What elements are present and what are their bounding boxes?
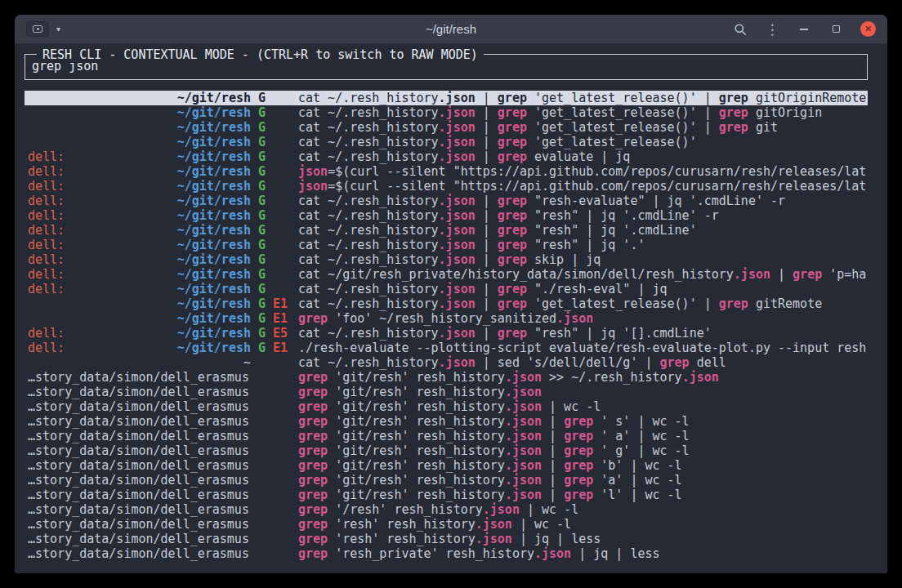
row-command: grep 'git/resh' resh_history.json | grep… (298, 443, 868, 458)
command-text: 'git/resh' resh_history (328, 458, 505, 473)
row-flag: G (251, 238, 266, 252)
command-text: "resh" | jq '.cmdLine' -r (527, 208, 719, 223)
row-host: dell: (28, 326, 177, 341)
command-text: | (476, 252, 498, 267)
row-left-columns: ~ (28, 355, 298, 370)
history-row[interactable]: ~/git/resh Gcat ~/.resh_history.json | g… (25, 135, 868, 149)
row-command: grep 'git/resh' resh_history.json | grep… (298, 473, 868, 488)
row-flag: G (251, 105, 266, 120)
command-match-text: grep (564, 473, 593, 488)
command-text: cat ~/.resh_history (298, 238, 439, 252)
row-directory: ~ (243, 355, 251, 370)
command-text: 'get_latest_release()' (527, 135, 697, 149)
row-command: cat ~/.resh_history.json | grep 'get_lat… (298, 120, 868, 135)
history-row[interactable]: …story_data/simon/dell_erasmusgrep 'git/… (25, 399, 868, 414)
command-text: cat ~/.resh_history (298, 223, 439, 238)
command-match-text: .json (505, 473, 542, 488)
command-match-text: grep (298, 488, 328, 502)
row-host (28, 135, 177, 149)
history-row[interactable]: …story_data/simon/dell_erasmusgrep 'resh… (25, 532, 868, 546)
command-text: git (748, 120, 778, 135)
history-row[interactable]: …story_data/simon/dell_erasmusgrep 'git/… (25, 385, 868, 399)
dropdown-caret-icon[interactable]: ▾ (56, 24, 60, 33)
history-row[interactable]: dell:~/git/resh Gcat ~/.resh_history.jso… (25, 252, 868, 267)
row-directory: ~/git/resh (177, 179, 251, 194)
terminal-app-button[interactable] (26, 21, 49, 37)
command-text: 'l' | wc -l (593, 488, 681, 502)
history-row[interactable]: …story_data/simon/dell_erasmusgrep 'git/… (25, 370, 868, 385)
row-host: …story_data/simon/dell_erasmus (28, 385, 251, 399)
command-text: | (542, 443, 564, 458)
row-left-columns: …story_data/simon/dell_erasmus (28, 414, 298, 429)
row-flag: G (251, 135, 266, 149)
row-directory: ~/git/resh (177, 341, 251, 355)
row-command: cat ~/.resh_history.json | grep 'get_lat… (298, 105, 868, 120)
history-row[interactable]: …story_data/simon/dell_erasmusgrep 'git/… (25, 443, 868, 458)
row-command: cat ~/.resh_history.json | grep skip | j… (298, 252, 868, 267)
row-host: dell: (28, 164, 177, 179)
row-host: …story_data/simon/dell_erasmus (28, 370, 251, 385)
command-text: 'a' | wc -l (593, 473, 681, 488)
row-directory: ~/git/resh (177, 208, 251, 223)
row-flag: G (251, 252, 266, 267)
history-row[interactable]: dell:~/git/resh Gcat ~/.resh_history.jso… (25, 194, 868, 208)
command-match-text: grep (498, 282, 527, 296)
command-match-text: grep (498, 296, 527, 311)
history-row[interactable]: dell:~/git/resh G E5cat ~/.resh_history.… (25, 326, 868, 341)
history-row[interactable]: dell:~/git/resh Gjson=$(curl --silent "h… (25, 164, 868, 179)
close-button[interactable]: ✕ (860, 21, 876, 37)
history-row[interactable]: dell:~/git/resh Gcat ~/.resh_history.jso… (25, 149, 868, 164)
command-text: 'git/resh' resh_history (328, 429, 505, 443)
command-text: ./resh-evaluate --plotting-script evalua… (298, 341, 866, 355)
command-text: cat ~/.resh_history (298, 296, 439, 311)
history-row[interactable]: dell:~/git/resh Gcat ~/.resh_history.jso… (25, 282, 868, 296)
row-host: …story_data/simon/dell_erasmus (28, 458, 251, 473)
command-match-text: .json (439, 149, 476, 164)
history-row[interactable]: dell:~/git/resh Gcat ~/.resh_history.jso… (25, 208, 868, 223)
row-left-columns: …story_data/simon/dell_erasmus (28, 370, 298, 385)
command-match-text: grep (298, 546, 328, 561)
row-flag: G (251, 282, 266, 296)
command-match-text: grep (564, 458, 593, 473)
row-directory: ~/git/resh (177, 135, 251, 149)
history-row[interactable]: ~/git/resh G E1cat ~/.resh_history.json … (25, 296, 868, 311)
history-row[interactable]: …story_data/simon/dell_erasmusgrep 'resh… (25, 546, 868, 561)
command-match-text: .json (439, 105, 476, 120)
history-row[interactable]: …story_data/simon/dell_erasmusgrep 'git/… (25, 458, 868, 473)
row-left-columns: ~/git/resh G (28, 135, 298, 149)
history-row[interactable]: dell:~/git/resh Gcat ~/git/resh_private/… (25, 267, 868, 282)
search-button[interactable] (733, 22, 748, 37)
history-row[interactable]: dell:~/git/resh Gjson=$(curl --silent "h… (25, 179, 868, 194)
row-host: …story_data/simon/dell_erasmus (28, 532, 251, 546)
history-row[interactable]: …story_data/simon/dell_erasmusgrep 'git/… (25, 414, 868, 429)
command-text: 'get_latest_release()' | (527, 296, 719, 311)
command-text: ' s' | wc -l (593, 414, 689, 429)
row-directory: ~/git/resh (177, 120, 251, 135)
restore-button[interactable] (828, 22, 843, 37)
row-host: …story_data/simon/dell_erasmus (28, 517, 251, 532)
history-row[interactable]: …story_data/simon/dell_erasmusgrep 'resh… (25, 517, 868, 532)
menu-button[interactable]: ⋮ (765, 22, 779, 37)
row-directory: ~/git/resh (177, 252, 251, 267)
history-row[interactable]: …story_data/simon/dell_erasmusgrep 'git/… (25, 488, 868, 502)
command-text: | (476, 326, 498, 341)
history-row[interactable]: …story_data/simon/dell_erasmusgrep 'git/… (25, 473, 868, 488)
command-text: | (476, 296, 498, 311)
command-text: cat ~/.resh_history (298, 149, 439, 164)
history-row[interactable]: ~/git/resh Gcat ~/.resh_history.json | g… (25, 105, 868, 120)
history-row[interactable]: ~/git/resh Gcat ~/.resh_history.json | g… (25, 120, 868, 135)
history-row[interactable]: ~cat ~/.resh_history.json | sed 's/dell/… (25, 355, 868, 370)
command-match-text: .json (505, 399, 542, 414)
history-row[interactable]: dell:~/git/resh G E1./resh-evaluate --pl… (25, 341, 868, 355)
history-row[interactable]: dell:~/git/resh Gcat ~/.resh_history.jso… (25, 223, 868, 238)
history-row[interactable]: …story_data/simon/dell_erasmusgrep '/res… (25, 502, 868, 517)
row-directory: ~/git/resh (177, 164, 251, 179)
history-row[interactable]: …story_data/simon/dell_erasmusgrep 'git/… (25, 429, 868, 443)
minimize-button[interactable] (797, 22, 811, 37)
history-row[interactable]: ~/git/resh G E1grep 'foo' ~/resh_history… (25, 311, 868, 326)
history-row[interactable]: dell:~/git/resh Gcat ~/.resh_history.jso… (25, 238, 868, 252)
row-command: cat ~/.resh_history.json | grep evaluate… (298, 149, 868, 164)
history-row[interactable]: ~/git/resh Gcat ~/.resh_history.json | g… (25, 91, 868, 105)
command-text: 'get_latest_release()' | (527, 120, 719, 135)
command-text: 'resh_private' resh_history (328, 546, 534, 561)
